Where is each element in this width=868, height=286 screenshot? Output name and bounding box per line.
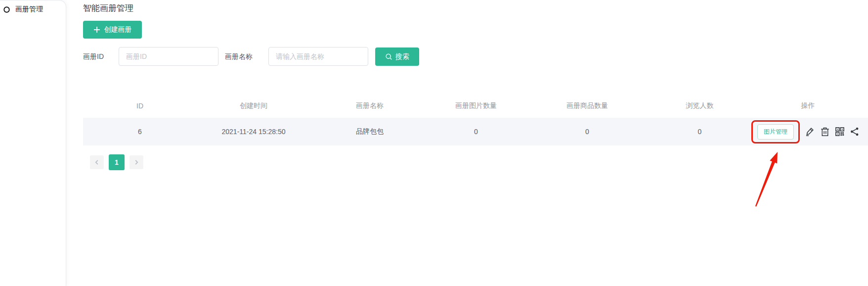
pagination-prev-button[interactable] [90, 155, 104, 169]
search-button[interactable]: 搜索 [375, 48, 419, 66]
cell-product-count: 0 [523, 128, 651, 136]
table-header-row: ID 创建时间 画册名称 画册图片数量 画册商品数量 浏览人数 操作 [83, 94, 868, 118]
chevron-right-icon [133, 159, 139, 165]
col-header-views: 浏览人数 [651, 101, 748, 110]
circle-outline-icon [3, 6, 10, 13]
search-button-label: 搜索 [395, 52, 409, 61]
cell-album-name: 品牌包包 [310, 127, 429, 136]
col-header-actions: 操作 [748, 101, 868, 110]
pagination-page-1[interactable]: 1 [109, 154, 125, 170]
album-id-label: 画册ID [83, 47, 104, 66]
plus-icon [93, 26, 100, 33]
pagination: 1 [90, 154, 143, 170]
share-icon[interactable] [849, 126, 860, 137]
pencil-icon[interactable] [805, 126, 816, 137]
cell-id: 6 [83, 128, 197, 136]
col-header-image-count: 画册图片数量 [429, 101, 523, 110]
sidebar-item-album-management[interactable]: 画册管理 [0, 0, 66, 14]
cell-created-at: 2021-11-24 15:28:50 [197, 128, 310, 136]
pagination-next-button[interactable] [130, 155, 143, 169]
album-id-input[interactable] [119, 47, 218, 66]
col-header-created: 创建时间 [197, 101, 310, 110]
create-album-button[interactable]: 创建画册 [83, 21, 142, 39]
col-header-product-count: 画册商品数量 [523, 101, 651, 110]
col-header-id: ID [83, 102, 197, 110]
page-title: 智能画册管理 [83, 2, 133, 14]
cell-image-count: 0 [429, 128, 523, 136]
sidebar: 画册管理 [0, 0, 66, 286]
trash-icon[interactable] [820, 126, 830, 137]
album-name-label: 画册名称 [225, 47, 253, 66]
col-header-name: 画册名称 [310, 101, 429, 110]
table-row: 6 2021-11-24 15:28:50 品牌包包 0 0 0 图片管理 [83, 118, 868, 145]
sidebar-item-label: 画册管理 [15, 5, 43, 14]
image-manage-button[interactable]: 图片管理 [757, 124, 794, 140]
qrcode-icon[interactable] [834, 126, 845, 137]
annotation-red-box: 图片管理 [751, 120, 800, 143]
magnifier-icon [385, 53, 392, 60]
album-table: ID 创建时间 画册名称 画册图片数量 画册商品数量 浏览人数 操作 6 202… [83, 94, 868, 145]
album-name-input[interactable] [268, 47, 368, 66]
search-bar: 画册ID 画册名称 搜索 [66, 47, 868, 66]
chevron-left-icon [94, 159, 100, 165]
create-album-label: 创建画册 [104, 25, 132, 34]
main-content: 智能画册管理 创建画册 画册ID 画册名称 搜索 ID 创建时间 画册名称 画册… [66, 0, 868, 286]
cell-view-count: 0 [651, 128, 748, 136]
cell-actions: 图片管理 [748, 120, 868, 143]
